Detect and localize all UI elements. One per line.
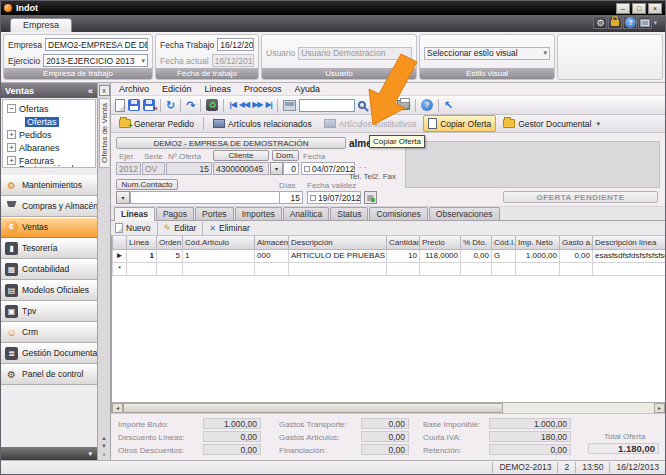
minimize-button[interactable]: – bbox=[616, 3, 630, 14]
cliente-field[interactable]: 4300000045 bbox=[213, 162, 269, 175]
scroll-up-icon[interactable]: ▲ bbox=[101, 434, 107, 442]
redo-icon[interactable]: ↷ bbox=[186, 98, 195, 112]
preview-icon[interactable] bbox=[283, 100, 296, 111]
display-icon[interactable] bbox=[638, 16, 652, 29]
tab-pagos[interactable]: Pagos bbox=[156, 207, 194, 220]
col-desc-linea[interactable]: Descripción línea bbox=[593, 236, 666, 249]
scroll-left-icon[interactable]: ◂ bbox=[112, 403, 123, 413]
copiar-oferta-button[interactable]: Copiar Oferta bbox=[423, 115, 496, 132]
tab-comisiones[interactable]: Comisiones bbox=[369, 207, 427, 220]
fecha-validez-field[interactable]: 19/07/2012 bbox=[307, 191, 361, 204]
col-imp-neto[interactable]: Imp. Neto bbox=[516, 236, 560, 249]
dom-button[interactable]: Dom. bbox=[272, 150, 299, 161]
menu-archivo[interactable]: Archivo bbox=[119, 84, 149, 94]
contacto-field[interactable] bbox=[130, 191, 280, 204]
tab-observaciones[interactable]: Observaciones bbox=[429, 207, 500, 220]
search-input[interactable] bbox=[299, 99, 355, 112]
sidebar-item-crm[interactable]: ☺Crm bbox=[1, 322, 97, 343]
save-delete-icon[interactable]: × bbox=[143, 99, 155, 111]
tab-empresa[interactable]: Empresa bbox=[10, 18, 72, 32]
generar-pedido-button[interactable]: +Generar Pedido bbox=[114, 116, 199, 132]
ejercicio-combo[interactable]: 2013-EJERCICIO 2013▾ bbox=[43, 54, 148, 67]
tab-portes[interactable]: Portes bbox=[195, 207, 234, 220]
sidebar-item-compras[interactable]: Compras y Almacén bbox=[1, 196, 97, 217]
display-dropdown-icon[interactable]: ▾ bbox=[653, 19, 657, 27]
close-button[interactable]: × bbox=[648, 3, 662, 14]
editar-button[interactable]: ✎Editar bbox=[164, 223, 197, 233]
company-header-button[interactable]: DEMO2 - EMPRESA DE DEMOSTRACIÓN bbox=[116, 137, 346, 149]
expand-plus-icon[interactable]: + bbox=[7, 143, 16, 152]
cliente-button[interactable]: Cliente bbox=[213, 150, 269, 161]
menu-procesos[interactable]: Procesos bbox=[244, 84, 282, 94]
cell-descripcion[interactable]: ARTICULO DE PRUEBAS bbox=[289, 249, 387, 262]
horizontal-scrollbar[interactable]: ◂ ▸ bbox=[112, 402, 665, 413]
dias-field[interactable]: 15 bbox=[279, 191, 303, 204]
cell-cod[interactable]: 1 bbox=[183, 249, 255, 262]
col-gasto[interactable]: Gasto a... bbox=[560, 236, 593, 249]
oferta-pendiente-button[interactable]: OFERTA PENDIENTE bbox=[503, 191, 658, 203]
contacto-dropdown-icon[interactable]: ▾ bbox=[116, 191, 130, 204]
tree-item-albaranes[interactable]: +Albaranes bbox=[3, 141, 95, 154]
numero-oferta-field[interactable]: 15 bbox=[166, 162, 212, 175]
lock-icon[interactable] bbox=[608, 16, 622, 29]
gestor-documental-button[interactable]: Gestor Documental▾ bbox=[498, 116, 605, 132]
cell-impneto[interactable]: 1.000,00 bbox=[516, 249, 560, 262]
menu-lineas[interactable]: Lineas bbox=[205, 84, 232, 94]
col-cod-iva[interactable]: Cód.I... bbox=[492, 236, 516, 249]
dom-dropdown-icon[interactable]: ▾ bbox=[270, 162, 283, 175]
cell-linea[interactable]: 1 bbox=[127, 249, 157, 262]
restore-button[interactable]: □ bbox=[632, 3, 646, 14]
close-doc-icon[interactable]: x bbox=[99, 85, 110, 96]
tab-status[interactable]: Status bbox=[330, 207, 368, 220]
dom-field[interactable]: 0 bbox=[283, 162, 299, 175]
nav-last-icon[interactable]: ▶| bbox=[265, 98, 271, 112]
fecha-trabajo-combo[interactable]: 16/12/2013▾ bbox=[217, 38, 254, 51]
print-ok-icon[interactable]: ✓ bbox=[397, 100, 410, 110]
refresh-icon[interactable]: ↻ bbox=[166, 98, 175, 112]
cell-gasto[interactable]: 0,00 bbox=[560, 249, 593, 262]
print-icon[interactable] bbox=[381, 100, 394, 110]
num-contacto-button[interactable]: Num.Contacto bbox=[116, 179, 178, 190]
empresa-combo[interactable]: DEMO2-EMPRESA DE DEMOSTRACI...▾ bbox=[45, 38, 148, 51]
search-icon[interactable] bbox=[358, 101, 366, 109]
cell-desclinea[interactable]: esasfsdfsfdsfsfsfsfsdf bbox=[593, 249, 666, 262]
menu-edicion[interactable]: Edición bbox=[162, 84, 192, 94]
exit-arrow-icon[interactable]: ↖ bbox=[444, 98, 453, 112]
save-icon[interactable] bbox=[128, 99, 140, 111]
eliminar-button[interactable]: ✕Eliminar bbox=[209, 223, 249, 233]
scroll-down-icon[interactable]: ▼ bbox=[101, 442, 107, 450]
col-linea[interactable]: Línea bbox=[127, 236, 157, 249]
col-precio[interactable]: Precio bbox=[420, 236, 461, 249]
nav-prev-icon[interactable]: ◀◀ bbox=[239, 98, 249, 112]
expand-plus-icon[interactable]: + bbox=[7, 130, 16, 139]
sidebar-item-modelos[interactable]: ▤Modelos Oficiales bbox=[1, 280, 97, 301]
col-cantidad[interactable]: Cantidad bbox=[387, 236, 420, 249]
sidebar-item-ventas[interactable]: €Ventas bbox=[1, 217, 97, 238]
col-orden[interactable]: Orden bbox=[157, 236, 183, 249]
cell-cantidad[interactable]: 10 bbox=[387, 249, 420, 262]
help-icon[interactable]: ? bbox=[623, 16, 637, 29]
sidebar-item-panel-control[interactable]: ⚙Panel de control bbox=[1, 364, 97, 385]
sidebar-item-contabilidad[interactable]: ▦Contabilidad bbox=[1, 259, 97, 280]
estilo-visual-combo[interactable]: Seleccionar estilo visual▾ bbox=[424, 47, 550, 60]
collapse-minus-icon[interactable]: − bbox=[7, 104, 16, 113]
doc-tab-ofertas-de-venta[interactable]: Ofertas de Venta bbox=[99, 98, 109, 168]
help-icon[interactable]: ? bbox=[421, 99, 433, 111]
articulos-relacionados-button[interactable]: Artículos relacionados bbox=[208, 116, 317, 132]
tree-item-ofertas-child[interactable]: Ofertas bbox=[3, 115, 95, 128]
cell-dto[interactable]: 0,00 bbox=[461, 249, 492, 262]
sidebar-item-tpv[interactable]: ▣Tpv bbox=[1, 301, 97, 322]
new-icon[interactable] bbox=[115, 99, 125, 112]
cell-orden[interactable]: 5 bbox=[157, 249, 183, 262]
fecha-field[interactable]: 04/07/2012 bbox=[301, 162, 355, 175]
sidebar-item-gestion-documental[interactable]: ≣Gestión Documental bbox=[1, 343, 97, 364]
tab-lineas[interactable]: Líneas bbox=[114, 207, 155, 221]
sidebar-item-tesoreria[interactable]: ▮Tesorería bbox=[1, 238, 97, 259]
collapse-icon[interactable]: « bbox=[88, 86, 93, 96]
col-cod-articulo[interactable]: Cód.Artículo bbox=[183, 236, 255, 249]
table-row[interactable]: ► 1 5 1 000 ARTICULO DE PRUEBAS 10 118,0… bbox=[113, 249, 666, 262]
cell-codiva[interactable]: G bbox=[492, 249, 516, 262]
col-almacen[interactable]: Almacén bbox=[255, 236, 289, 249]
nav-next-icon[interactable]: ▶▶ bbox=[252, 98, 262, 112]
sidebar-overflow-bar[interactable]: ▾ bbox=[1, 447, 97, 460]
